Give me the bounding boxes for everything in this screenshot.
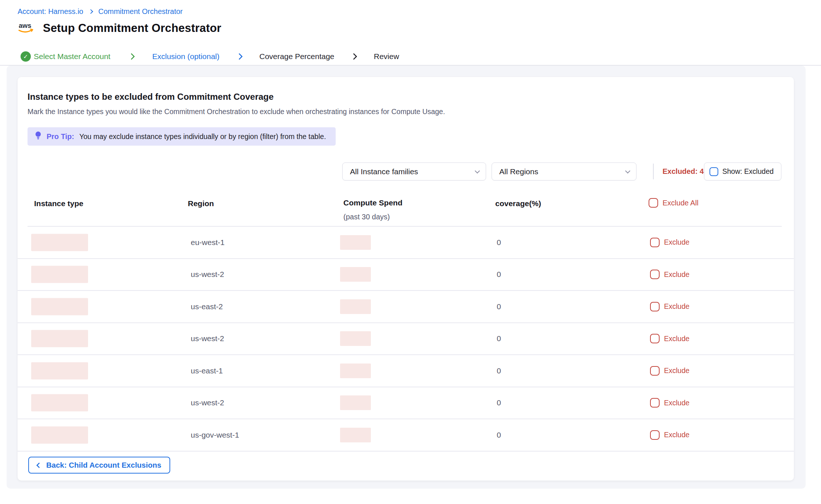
column-header-compute-spend: Compute Spend [343,198,402,207]
exclude-label[interactable]: Exclude [664,431,689,439]
protip-label: Pro Tip: [47,132,74,141]
coverage-cell: 0 [497,431,501,439]
coverage-cell: 0 [497,334,501,343]
svg-text:aws: aws [19,22,31,29]
coverage-cell: 0 [497,366,501,375]
breadcrumb-account-link[interactable]: Account: Harness.io [18,7,83,16]
instance-type-placeholder [31,298,88,315]
exclude-all-label[interactable]: Exclude All [663,199,698,207]
exclude-checkbox[interactable] [650,398,660,408]
page-title: Setup Commitment Orchestrator [43,22,221,35]
chevron-left-icon [36,462,42,468]
exclude-checkbox[interactable] [650,238,660,247]
exclude-control: Exclude [650,270,689,279]
regions-select[interactable]: All Regions [492,162,636,180]
table-row: us-gov-west-1 0 Exclude [18,419,794,452]
instance-families-value: All Instance families [350,167,418,176]
chevron-down-icon [625,168,630,173]
exclude-control: Exclude [650,334,689,343]
region-cell: us-west-2 [191,334,224,343]
table-row: eu-west-1 0 Exclude [18,227,794,259]
exclude-control: Exclude [650,398,689,408]
coverage-cell: 0 [497,270,501,279]
instance-type-placeholder [31,330,88,347]
compute-spend-placeholder [340,364,371,378]
exclude-label[interactable]: Exclude [664,399,689,407]
compute-spend-placeholder [340,428,371,442]
exclude-control: Exclude [650,366,689,376]
breadcrumb-page-link[interactable]: Commitment Orchestrator [98,7,183,16]
exclude-checkbox[interactable] [650,270,660,279]
exclude-checkbox[interactable] [650,430,660,440]
lightbulb-icon [35,131,41,142]
instance-type-placeholder [31,394,88,412]
card-heading: Instance types to be excluded from Commi… [28,92,274,102]
region-cell: eu-west-1 [191,238,225,247]
tab-select-master-account[interactable]: Select Master Account [34,52,110,61]
instance-type-placeholder [31,266,88,283]
chevron-right-icon [350,53,357,60]
chevron-down-icon [475,168,480,173]
show-excluded-checkbox[interactable] [709,167,718,176]
coverage-cell: 0 [497,398,501,407]
exclude-control: Exclude [650,302,689,311]
region-cell: us-west-2 [191,398,224,407]
tab-coverage-percentage[interactable]: Coverage Percentage [259,52,334,61]
region-cell: us-gov-west-1 [191,431,239,439]
column-header-coverage: coverage(%) [495,199,541,208]
region-cell: us-east-1 [191,366,223,375]
tab-exclusion[interactable]: Exclusion (optional) [152,52,219,61]
instance-families-select[interactable]: All Instance families [342,162,486,180]
coverage-cell: 0 [497,238,501,247]
table-row: us-west-2 0 Exclude [18,323,794,355]
chevron-right-icon [236,53,242,60]
exclude-label[interactable]: Exclude [664,302,689,311]
compute-spend-placeholder [340,331,371,346]
exclude-checkbox[interactable] [650,302,660,311]
region-cell: us-west-2 [191,270,224,279]
exclude-all-control: Exclude All [649,198,698,208]
region-cell: us-east-2 [191,302,223,311]
table-row: us-east-1 0 Exclude [18,355,794,387]
check-circle-icon: ✓ [21,51,31,62]
compute-spend-placeholder [340,267,371,282]
instance-type-placeholder [31,234,88,251]
table-row: us-west-2 0 Exclude [18,259,794,291]
compute-spend-placeholder [340,235,371,250]
column-header-compute-spend-sub: (past 30 days) [343,213,390,221]
breadcrumb-chevron-icon [88,9,93,14]
exclude-label[interactable]: Exclude [664,335,689,343]
exclude-label[interactable]: Exclude [664,270,689,279]
back-button[interactable]: Back: Child Account Exclusions [28,457,170,474]
exclude-all-checkbox[interactable] [649,198,658,208]
exclude-label[interactable]: Exclude [664,238,689,246]
compute-spend-placeholder [340,299,371,314]
card-subheading: Mark the Instance types you would like t… [28,107,445,116]
exclude-control: Exclude [650,430,689,440]
column-header-region: Region [188,199,214,208]
exclude-control: Exclude [650,238,689,247]
compute-spend-placeholder [340,395,371,410]
back-button-label: Back: Child Account Exclusions [46,461,161,470]
protip-text: You may exclude instance types individua… [79,132,326,141]
app-header: aws Setup Commitment Orchestrator [18,21,221,36]
step-wizard: ✓ Select Master Account Exclusion (optio… [0,48,821,65]
instance-type-placeholder [31,426,88,443]
exclusion-card: Instance types to be excluded from Commi… [18,77,794,481]
excluded-count-badge: Excluded: 41 [663,167,708,176]
aws-logo-icon: aws [18,21,35,36]
breadcrumb: Account: Harness.io Commitment Orchestra… [18,7,183,16]
table-row: us-west-2 0 Exclude [18,387,794,420]
exclude-label[interactable]: Exclude [664,366,689,375]
show-excluded-label: Show: Excluded [722,167,774,176]
protip-banner: Pro Tip: You may exclude instance types … [28,127,336,146]
instance-type-placeholder [31,362,88,379]
table-row: us-east-2 0 Exclude [18,291,794,323]
show-excluded-toggle[interactable]: Show: Excluded [704,162,781,180]
exclude-checkbox[interactable] [650,366,660,376]
coverage-cell: 0 [497,302,501,311]
filters-divider [653,164,654,179]
chevron-right-icon [128,53,135,60]
exclude-checkbox[interactable] [650,334,660,343]
tab-review[interactable]: Review [374,52,399,61]
